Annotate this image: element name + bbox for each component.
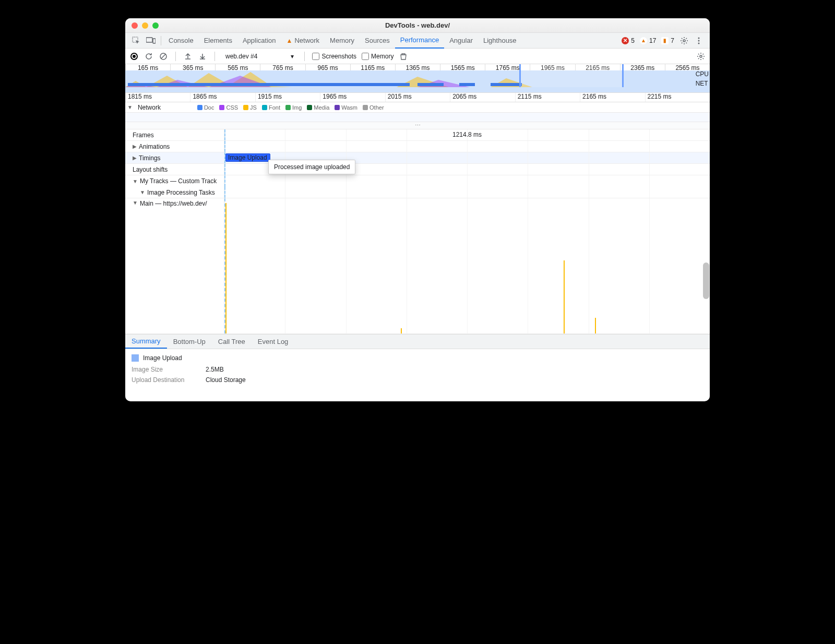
titlebar: DevTools - web.dev/ — [125, 18, 710, 33]
profile-select[interactable]: web.dev #4▾ — [222, 52, 297, 61]
svg-point-4 — [698, 37, 700, 39]
screenshots-checkbox[interactable]: Screenshots — [312, 53, 356, 60]
minimize-window[interactable] — [142, 22, 148, 29]
tab-application[interactable]: Application — [237, 33, 281, 49]
inspect-icon[interactable] — [132, 36, 141, 45]
custom-track[interactable]: ▼My Tracks — Custom Track — [125, 175, 710, 187]
tab-performance[interactable]: Performance — [395, 33, 444, 49]
svg-point-8 — [700, 55, 702, 57]
timing-event[interactable]: Image Upload — [225, 153, 270, 162]
maximize-window[interactable] — [152, 22, 159, 29]
tab-elements[interactable]: Elements — [199, 33, 237, 49]
svg-rect-2 — [153, 39, 156, 43]
details-tab-bottom-up[interactable]: Bottom-Up — [167, 335, 212, 349]
settings-icon[interactable] — [679, 36, 689, 45]
upload-button[interactable] — [183, 52, 193, 61]
error-badge[interactable]: ✕5 — [622, 37, 635, 44]
tab-angular[interactable]: Angular — [444, 33, 478, 49]
layout-shifts-track[interactable]: Layout shifts — [125, 164, 710, 175]
timings-track[interactable]: ▶Timings Image Upload Processed image up… — [125, 152, 710, 164]
ext-badge[interactable]: ▮7 — [661, 37, 674, 44]
download-button[interactable] — [198, 52, 207, 61]
network-legend: ▼Network DocCSSJSFontImgMediaWasmOther — [125, 102, 710, 113]
overview[interactable]: 165 ms365 ms565 ms765 ms965 ms1165 ms136… — [125, 64, 710, 93]
details-tab-call-tree[interactable]: Call Tree — [212, 335, 252, 349]
warning-badge[interactable]: ▲17 — [640, 37, 656, 44]
tab-lighthouse[interactable]: Lighthouse — [478, 33, 522, 49]
record-button[interactable] — [129, 52, 139, 61]
gc-button[interactable] — [399, 52, 408, 61]
summary-panel: Image Upload Image Size2.5MBUpload Desti… — [125, 349, 710, 401]
svg-rect-1 — [146, 38, 152, 42]
tab-console[interactable]: Console — [163, 33, 199, 49]
summary-title: Image Upload — [143, 354, 182, 362]
time-ruler[interactable]: 1815 ms1865 ms1915 ms1965 ms2015 ms2065 … — [125, 93, 710, 102]
main-track[interactable]: ▼Main — https://web.dev/ — [125, 198, 710, 334]
svg-point-6 — [698, 42, 700, 44]
clear-button[interactable] — [159, 52, 168, 61]
capture-settings-icon[interactable] — [696, 52, 706, 61]
cpu-label: CPU — [696, 70, 709, 78]
frames-track[interactable]: Frames 1214.8 ms — [125, 129, 710, 141]
close-window[interactable] — [132, 22, 138, 29]
tab-network[interactable]: ▲ Network — [281, 33, 325, 49]
details-tab-summary[interactable]: Summary — [125, 335, 167, 349]
details-tabs: SummaryBottom-UpCall TreeEvent Log — [125, 335, 710, 349]
svg-point-5 — [698, 40, 700, 41]
expand-row[interactable]: ⋯ — [125, 122, 710, 129]
memory-checkbox[interactable]: Memory — [362, 53, 393, 60]
tab-sources[interactable]: Sources — [360, 33, 395, 49]
more-icon[interactable] — [694, 36, 703, 45]
custom-track-child[interactable]: ▼Image Processing Tasks — [125, 187, 710, 198]
flamechart[interactable]: Frames 1214.8 ms ▶Animations ▶Timings Im… — [125, 129, 710, 335]
tab-memory[interactable]: Memory — [325, 33, 360, 49]
summary-swatch — [132, 354, 139, 362]
animations-track[interactable]: ▶Animations — [125, 141, 710, 152]
tooltip: Processed image uploaded — [268, 160, 355, 174]
perf-toolbar: web.dev #4▾ Screenshots Memory — [125, 49, 710, 64]
device-toggle-icon[interactable] — [146, 36, 156, 45]
svg-point-3 — [683, 40, 685, 42]
net-label: NET — [696, 80, 709, 87]
frame-duration: 1214.8 ms — [452, 131, 482, 138]
window-title: DevTools - web.dev/ — [125, 21, 710, 29]
main-tabs: ConsoleElementsApplication▲ NetworkMemor… — [125, 33, 710, 49]
details-tab-event-log[interactable]: Event Log — [252, 335, 295, 349]
reload-button[interactable] — [144, 52, 153, 61]
